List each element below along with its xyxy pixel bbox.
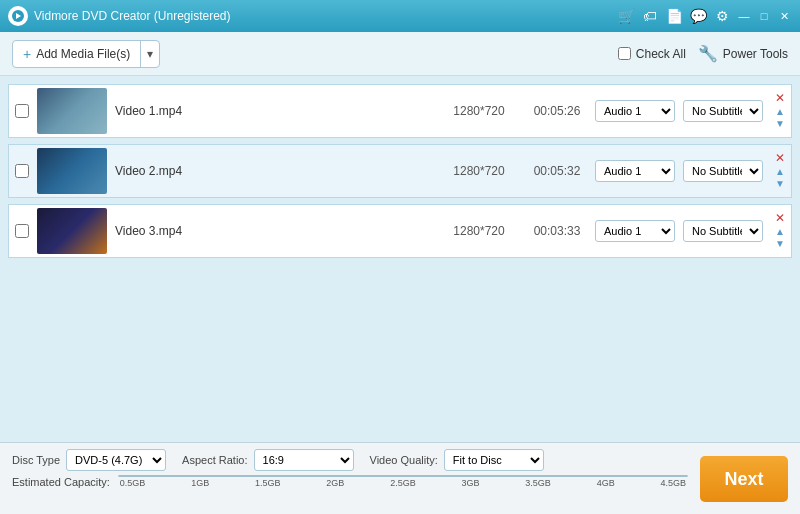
capacity-bar (118, 475, 688, 477)
video-2-name: Video 2.mp4 (115, 164, 431, 178)
bottom-settings-row: Disc Type DVD-5 (4.7G) DVD-9 (8.5G) Aspe… (12, 449, 788, 471)
aspect-ratio-field: Aspect Ratio: 16:9 4:3 (182, 449, 353, 471)
capacity-label: Estimated Capacity: (12, 476, 110, 488)
disc-type-label: Disc Type (12, 454, 60, 466)
video-2-checkbox[interactable] (15, 164, 29, 178)
tick-1: 1GB (191, 478, 209, 488)
plus-icon: + (23, 46, 31, 62)
video-2-move-down[interactable]: ▼ (775, 178, 785, 190)
aspect-ratio-label: Aspect Ratio: (182, 454, 247, 466)
tag-icon[interactable]: 🏷 (640, 6, 660, 26)
maximize-button[interactable]: □ (756, 8, 772, 24)
video-3-checkbox[interactable] (15, 224, 29, 238)
tick-6: 3.5GB (525, 478, 551, 488)
settings-icon[interactable]: ⚙ (712, 6, 732, 26)
video-1-delete-button[interactable]: ✕ (775, 92, 785, 104)
video-2-actions: ✕ ▲ ▼ (775, 152, 785, 190)
check-all-text: Check All (636, 47, 686, 61)
video-3-subtitle-select[interactable]: No Subtitle Subtitle 1 (683, 220, 763, 242)
video-1-resolution: 1280*720 (439, 104, 519, 118)
tick-3: 2GB (326, 478, 344, 488)
video-3-move-up[interactable]: ▲ (775, 226, 785, 238)
tick-2: 1.5GB (255, 478, 281, 488)
tick-7: 4GB (597, 478, 615, 488)
video-row: Video 1.mp4 1280*720 00:05:26 Audio 1 Au… (8, 84, 792, 138)
video-2-audio-select[interactable]: Audio 1 Audio 2 (595, 160, 675, 182)
video-3-actions: ✕ ▲ ▼ (775, 212, 785, 250)
video-row: Video 2.mp4 1280*720 00:05:32 Audio 1 Au… (8, 144, 792, 198)
video-2-duration: 00:05:32 (527, 164, 587, 178)
app-title: Vidmore DVD Creator (Unregistered) (34, 9, 616, 23)
video-3-thumbnail (37, 208, 107, 254)
video-2-reorder: ▲ ▼ (775, 166, 785, 190)
check-all-label[interactable]: Check All (618, 47, 686, 61)
disc-type-field: Disc Type DVD-5 (4.7G) DVD-9 (8.5G) (12, 449, 166, 471)
video-1-move-up[interactable]: ▲ (775, 106, 785, 118)
power-tools-button[interactable]: 🔧 Power Tools (698, 44, 788, 63)
cart-icon[interactable]: 🛒 (616, 6, 636, 26)
video-1-name: Video 1.mp4 (115, 104, 431, 118)
video-quality-field: Video Quality: Fit to Disc High Quality … (370, 449, 544, 471)
wrench-icon: 🔧 (698, 44, 718, 63)
disc-type-select[interactable]: DVD-5 (4.7G) DVD-9 (8.5G) (66, 449, 166, 471)
chat-icon[interactable]: 💬 (688, 6, 708, 26)
video-3-delete-button[interactable]: ✕ (775, 212, 785, 224)
video-3-resolution: 1280*720 (439, 224, 519, 238)
video-3-move-down[interactable]: ▼ (775, 238, 785, 250)
video-2-move-up[interactable]: ▲ (775, 166, 785, 178)
add-media-button[interactable]: + Add Media File(s) ▾ (12, 40, 160, 68)
video-3-reorder: ▲ ▼ (775, 226, 785, 250)
video-2-subtitle-select[interactable]: No Subtitle Subtitle 1 (683, 160, 763, 182)
capacity-row: Estimated Capacity: 0.5GB 1GB 1.5GB 2GB … (12, 475, 788, 488)
video-2-delete-button[interactable]: ✕ (775, 152, 785, 164)
main-content: Video 1.mp4 1280*720 00:05:26 Audio 1 Au… (0, 76, 800, 442)
check-all-checkbox[interactable] (618, 47, 631, 60)
video-1-move-down[interactable]: ▼ (775, 118, 785, 130)
video-row: Video 3.mp4 1280*720 00:03:33 Audio 1 Au… (8, 204, 792, 258)
document-icon[interactable]: 📄 (664, 6, 684, 26)
tick-0: 0.5GB (120, 478, 146, 488)
bottom-bar: Disc Type DVD-5 (4.7G) DVD-9 (8.5G) Aspe… (0, 442, 800, 514)
video-1-reorder: ▲ ▼ (775, 106, 785, 130)
video-3-duration: 00:03:33 (527, 224, 587, 238)
add-media-main[interactable]: + Add Media File(s) (13, 41, 141, 67)
video-1-checkbox[interactable] (15, 104, 29, 118)
video-2-resolution: 1280*720 (439, 164, 519, 178)
add-media-dropdown-arrow[interactable]: ▾ (141, 41, 159, 67)
toolbar: + Add Media File(s) ▾ Check All 🔧 Power … (0, 32, 800, 76)
close-button[interactable]: ✕ (776, 8, 792, 24)
video-1-actions: ✕ ▲ ▼ (775, 92, 785, 130)
capacity-area: 0.5GB 1GB 1.5GB 2GB 2.5GB 3GB 3.5GB 4GB … (118, 475, 688, 488)
video-quality-select[interactable]: Fit to Disc High Quality Standard (444, 449, 544, 471)
minimize-button[interactable]: — (736, 8, 752, 24)
video-1-audio-select[interactable]: Audio 1 Audio 2 (595, 100, 675, 122)
title-controls: 🛒 🏷 📄 💬 ⚙ — □ ✕ (616, 6, 792, 26)
title-bar: Vidmore DVD Creator (Unregistered) 🛒 🏷 📄… (0, 0, 800, 32)
tick-5: 3GB (461, 478, 479, 488)
video-1-subtitle-select[interactable]: No Subtitle Subtitle 1 (683, 100, 763, 122)
video-3-audio-select[interactable]: Audio 1 Audio 2 (595, 220, 675, 242)
tick-8: 4.5GB (660, 478, 686, 488)
tick-4: 2.5GB (390, 478, 416, 488)
power-tools-label: Power Tools (723, 47, 788, 61)
video-1-thumbnail (37, 88, 107, 134)
aspect-ratio-select[interactable]: 16:9 4:3 (254, 449, 354, 471)
next-button[interactable]: Next (700, 456, 788, 502)
video-3-name: Video 3.mp4 (115, 224, 431, 238)
toolbar-right: Check All 🔧 Power Tools (618, 44, 788, 63)
app-logo (8, 6, 28, 26)
video-2-thumbnail (37, 148, 107, 194)
video-quality-label: Video Quality: (370, 454, 438, 466)
video-1-duration: 00:05:26 (527, 104, 587, 118)
capacity-ticks: 0.5GB 1GB 1.5GB 2GB 2.5GB 3GB 3.5GB 4GB … (118, 478, 688, 488)
add-media-label: Add Media File(s) (36, 47, 130, 61)
